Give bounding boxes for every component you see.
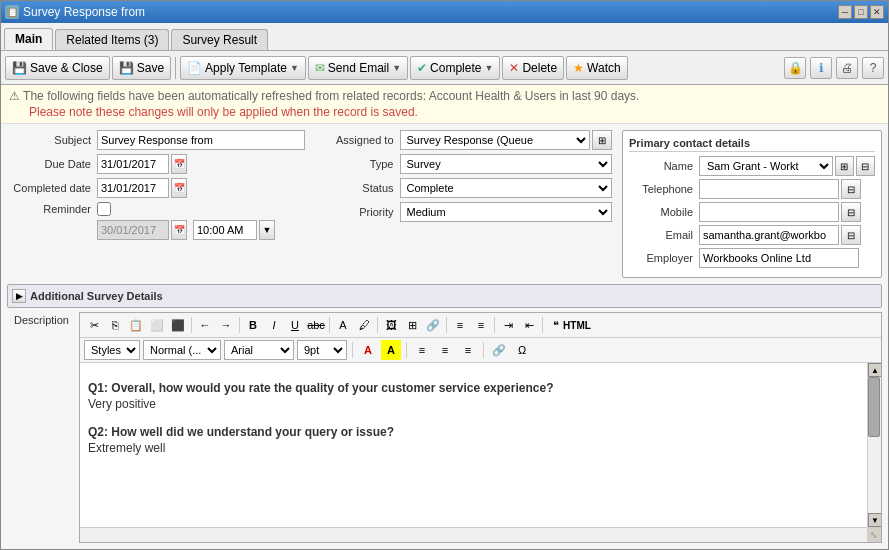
tab-main[interactable]: Main — [4, 28, 53, 50]
reminder-time-input[interactable] — [193, 220, 257, 240]
text-color-button[interactable]: A — [333, 315, 353, 335]
align-center-button[interactable]: ≡ — [435, 340, 455, 360]
special-chars-button[interactable]: Ω — [512, 340, 532, 360]
complete-button[interactable]: ✔ Complete ▼ — [410, 56, 500, 80]
print-icon: 🖨 — [841, 61, 853, 75]
scrollbar-track — [868, 377, 881, 513]
italic-button[interactable]: I — [264, 315, 284, 335]
contact-telephone-action-button[interactable]: ⊟ — [841, 179, 861, 199]
scrollbar-up-button[interactable]: ▲ — [868, 363, 881, 377]
assigned-to-picker-button[interactable]: ⊞ — [592, 130, 612, 150]
scrollbar-thumb[interactable] — [868, 377, 880, 437]
send-email-button[interactable]: ✉ Send Email ▼ — [308, 56, 408, 80]
help-button[interactable]: ? — [862, 57, 884, 79]
contact-name-action-button[interactable]: ⊟ — [856, 156, 875, 176]
reminder-date-input[interactable] — [97, 220, 169, 240]
reminder-checkbox[interactable] — [97, 202, 111, 216]
styles-select[interactable]: Styles — [84, 340, 140, 360]
completed-date-label: Completed date — [7, 182, 97, 194]
size-name-select[interactable]: Normal (... — [143, 340, 221, 360]
type-select[interactable]: Survey — [400, 154, 613, 174]
due-date-calendar-button[interactable]: 📅 — [171, 154, 187, 174]
contact-email-action-button[interactable]: ⊟ — [841, 225, 861, 245]
priority-select[interactable]: Medium — [400, 202, 613, 222]
link-button2[interactable]: 🔗 — [489, 340, 509, 360]
editor-text-area[interactable]: Q1: Overall, how would you rate the qual… — [80, 363, 867, 527]
minimize-button[interactable]: ─ — [838, 5, 852, 19]
link-button[interactable]: 🔗 — [423, 315, 443, 335]
due-date-input[interactable] — [97, 154, 169, 174]
html-button[interactable]: HTML — [567, 315, 587, 335]
reminder-date-calendar-button[interactable]: 📅 — [171, 220, 187, 240]
size-name-dropdown[interactable]: Normal (... — [143, 340, 221, 360]
assigned-to-select[interactable]: Survey Response (Queue — [400, 130, 591, 150]
info-button[interactable]: ℹ — [810, 57, 832, 79]
close-button[interactable]: ✕ — [870, 5, 884, 19]
contact-employer-input[interactable] — [699, 248, 859, 268]
additional-survey-collapse-button[interactable]: ▶ — [12, 289, 26, 303]
print-button[interactable]: 🖨 — [836, 57, 858, 79]
table-button[interactable]: ⊞ — [402, 315, 422, 335]
paste-button[interactable]: 📋 — [126, 315, 146, 335]
scrollbar-down-button[interactable]: ▼ — [868, 513, 881, 527]
bold-button[interactable]: B — [243, 315, 263, 335]
status-label: Status — [315, 182, 400, 194]
status-select[interactable]: Complete — [400, 178, 613, 198]
contact-telephone-label: Telephone — [629, 183, 699, 195]
delete-button[interactable]: ✕ Delete — [502, 56, 564, 80]
apply-template-dropdown-icon: ▼ — [290, 63, 299, 73]
strikethrough-button[interactable]: abc — [306, 315, 326, 335]
resize-handle[interactable]: ⤡ — [867, 528, 881, 542]
apply-template-icon: 📄 — [187, 61, 202, 75]
completed-date-input[interactable] — [97, 178, 169, 198]
font-dropdown[interactable]: Arial — [224, 340, 294, 360]
paste-from-word-button[interactable]: ⬛ — [168, 315, 188, 335]
subject-input[interactable] — [97, 130, 305, 150]
highlight-button[interactable]: 🖊 — [354, 315, 374, 335]
contact-mobile-input[interactable] — [699, 202, 839, 222]
font-highlight-button[interactable]: A — [381, 340, 401, 360]
toolbar: 💾 Save & Close 💾 Save 📄 Apply Template ▼… — [1, 51, 888, 85]
watch-button[interactable]: ★ Watch — [566, 56, 628, 80]
undo-button[interactable]: ← — [195, 315, 215, 335]
reminder-time-dropdown-button[interactable]: ▼ — [259, 220, 275, 240]
font-size-dropdown[interactable]: 9pt — [297, 340, 347, 360]
redo-button[interactable]: → — [216, 315, 236, 335]
ordered-list-button[interactable]: ≡ — [450, 315, 470, 335]
font-select[interactable]: Arial — [224, 340, 294, 360]
completed-date-calendar-button[interactable]: 📅 — [171, 178, 187, 198]
save-button[interactable]: 💾 Save — [112, 56, 171, 80]
editor-scrollbar: ▲ ▼ — [867, 363, 881, 527]
font-size-select[interactable]: 9pt — [297, 340, 347, 360]
contact-email-input[interactable] — [699, 225, 839, 245]
font-color-button[interactable]: A — [358, 340, 378, 360]
primary-contact-title: Primary contact details — [629, 137, 875, 152]
save-close-button[interactable]: 💾 Save & Close — [5, 56, 110, 80]
lock-button[interactable]: 🔒 — [784, 57, 806, 79]
contact-name-select[interactable]: Sam Grant - Workt — [699, 156, 833, 176]
styles-dropdown[interactable]: Styles — [84, 340, 140, 360]
contact-employer-row: Employer — [629, 248, 875, 268]
tab-survey-result[interactable]: Survey Result — [171, 29, 268, 50]
contact-mobile-action-button[interactable]: ⊟ — [841, 202, 861, 222]
description-area: Description ✂ ⎘ 📋 ⬜ ⬛ ← → B I U abc — [7, 312, 882, 543]
underline-button[interactable]: U — [285, 315, 305, 335]
window-title: Survey Response from — [23, 5, 145, 19]
editor-toolbar: ✂ ⎘ 📋 ⬜ ⬛ ← → B I U abc A 🖊 — [80, 313, 881, 338]
contact-name-picker-button[interactable]: ⊞ — [835, 156, 854, 176]
paste-plain-button[interactable]: ⬜ — [147, 315, 167, 335]
title-bar: 📋 Survey Response from ─ □ ✕ — [1, 1, 888, 23]
tab-related-items[interactable]: Related Items (3) — [55, 29, 169, 50]
indent-button[interactable]: ⇥ — [498, 315, 518, 335]
apply-template-button[interactable]: 📄 Apply Template ▼ — [180, 56, 306, 80]
priority-row: Priority Medium — [315, 202, 613, 222]
outdent-button[interactable]: ⇤ — [519, 315, 539, 335]
align-right-button[interactable]: ≡ — [458, 340, 478, 360]
copy-button[interactable]: ⎘ — [105, 315, 125, 335]
align-left-button[interactable]: ≡ — [412, 340, 432, 360]
unordered-list-button[interactable]: ≡ — [471, 315, 491, 335]
image-button[interactable]: 🖼 — [381, 315, 401, 335]
contact-telephone-input[interactable] — [699, 179, 839, 199]
cut-button[interactable]: ✂ — [84, 315, 104, 335]
restore-button[interactable]: □ — [854, 5, 868, 19]
